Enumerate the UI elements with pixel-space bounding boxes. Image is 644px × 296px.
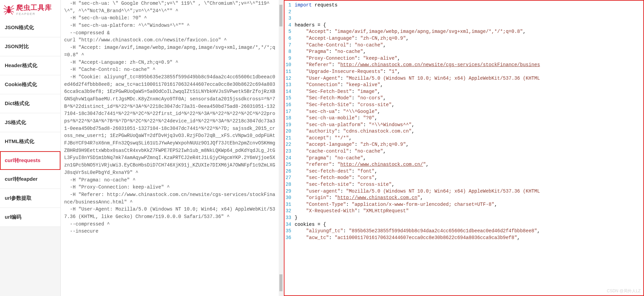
scroll-thumb-top[interactable] xyxy=(279,5,282,26)
line-number: 1 xyxy=(284,2,295,9)
line-number: 15 xyxy=(284,95,295,102)
line-number: 9 xyxy=(284,55,295,62)
code-line[interactable]: 6 "Accept-Language": "zh-CN,zh;q=0.9", xyxy=(284,35,643,42)
logo-subtitle: FEAPDER xyxy=(16,12,52,16)
code-line[interactable]: 28 "sec-fetch-site": "cross-site", xyxy=(284,181,643,188)
logo-area[interactable]: 爬虫工具库 FEAPDER xyxy=(0,0,60,18)
output-code-panel: 1import requests234headers = {5 "Accept"… xyxy=(284,0,644,296)
line-number: 22 xyxy=(284,141,295,148)
curl-input-panel: -H "sec-ch-ua: \" Google Chrome\";v=\" 1… xyxy=(61,0,284,296)
code-line[interactable]: 31 "Content-Type": "application/x-www-fo… xyxy=(284,201,643,208)
watermark: CSDN @局外人LZ xyxy=(607,288,641,294)
code-line[interactable]: 22 "accept-language": "zh-CN,zh;q=0.9", xyxy=(284,141,643,148)
code-line[interactable]: 26 "sec-fetch-dest": "font", xyxy=(284,168,643,175)
line-number: 4 xyxy=(284,22,295,29)
nav-item-10[interactable]: url编码 xyxy=(0,208,60,227)
nav-item-1[interactable]: JSON对比 xyxy=(0,37,60,56)
nav-item-0[interactable]: JSON格式化 xyxy=(0,18,60,37)
code-line[interactable]: 35 "aliyungf_tc": "895b635e23855f599d49b… xyxy=(284,228,643,235)
line-number: 13 xyxy=(284,82,295,88)
line-number: 35 xyxy=(284,228,295,235)
line-number: 12 xyxy=(284,75,295,82)
code-line[interactable]: 24 "pragma": "no-cache", xyxy=(284,155,643,162)
line-number: 16 xyxy=(284,102,295,108)
line-number: 5 xyxy=(284,28,295,35)
scroll-thumb-bottom[interactable] xyxy=(279,274,282,291)
code-line[interactable]: 10 "Referer": "http://www.chinastock.com… xyxy=(284,62,643,68)
line-number: 27 xyxy=(284,175,295,181)
code-line[interactable]: 16 "Sec-Fetch-Site": "cross-site", xyxy=(284,102,643,108)
code-line[interactable]: 11 "Upgrade-Insecure-Requests": "1", xyxy=(284,68,643,75)
line-number: 18 xyxy=(284,115,295,122)
nav-list: JSON格式化JSON对比Header格式化Cookie格式化Dict格式化JS… xyxy=(0,18,60,296)
line-number: 25 xyxy=(284,161,295,168)
code-line[interactable]: 13 "Connection": "keep-alive", xyxy=(284,82,643,88)
code-line[interactable]: 9 "Proxy-Connection": "keep-alive", xyxy=(284,55,643,62)
line-number: 31 xyxy=(284,201,295,208)
code-line[interactable]: 18 "sec-ch-ua-mobile": "?0", xyxy=(284,115,643,122)
code-line[interactable]: 34cookies = { xyxy=(284,221,643,228)
code-line[interactable]: 15 "Sec-Fetch-Mode": "no-cors", xyxy=(284,95,643,102)
nav-item-9[interactable]: url参数提取 xyxy=(0,189,60,208)
line-number: 7 xyxy=(284,42,295,49)
line-number: 6 xyxy=(284,35,295,42)
code-line[interactable]: 29 "user-agent": "Mozilla/5.0 (Windows N… xyxy=(284,188,643,195)
line-number: 8 xyxy=(284,48,295,55)
line-number: 20 xyxy=(284,128,295,135)
code-line[interactable]: 36 "acw_tc": "ac11000117016170632444607e… xyxy=(284,235,643,241)
code-line[interactable]: 14 "Sec-Fetch-Dest": "image", xyxy=(284,88,643,95)
line-number: 10 xyxy=(284,62,295,68)
line-number: 34 xyxy=(284,221,295,228)
line-number: 36 xyxy=(284,235,295,241)
code-line[interactable]: 23 "cache-control": "no-cache", xyxy=(284,148,643,155)
nav-item-3[interactable]: Cookie格式化 xyxy=(0,75,60,94)
code-line[interactable]: 4headers = { xyxy=(284,22,643,29)
code-line[interactable]: 1import requests xyxy=(284,2,643,9)
line-number: 2 xyxy=(284,9,295,16)
line-number: 23 xyxy=(284,148,295,155)
svg-point-0 xyxy=(7,8,11,13)
line-number: 19 xyxy=(284,122,295,129)
nav-item-5[interactable]: JS格式化 xyxy=(0,113,60,132)
code-line[interactable]: 21 "accept": "*/*", xyxy=(284,135,643,142)
code-editor[interactable]: 1import requests234headers = {5 "Accept"… xyxy=(284,1,643,242)
code-line[interactable]: 27 "sec-fetch-mode": "cors", xyxy=(284,175,643,181)
line-number: 17 xyxy=(284,108,295,115)
nav-item-2[interactable]: Header格式化 xyxy=(0,56,60,75)
nav-item-6[interactable]: HTML格式化 xyxy=(0,132,60,151)
line-number: 33 xyxy=(284,215,295,221)
code-line[interactable]: 2 xyxy=(284,9,643,16)
code-line[interactable]: 17 "sec-ch-ua": "^\\^Google", xyxy=(284,108,643,115)
code-line[interactable]: 33} xyxy=(284,215,643,221)
line-number: 26 xyxy=(284,168,295,175)
logo-title: 爬虫工具库 xyxy=(16,3,52,12)
sidebar: 爬虫工具库 FEAPDER JSON格式化JSON对比Header格式化Cook… xyxy=(0,0,61,296)
line-number: 3 xyxy=(284,15,295,22)
line-number: 21 xyxy=(284,135,295,142)
code-line[interactable]: 12 "User-Agent": "Mozilla/5.0 (Windows N… xyxy=(284,75,643,82)
line-number: 32 xyxy=(284,208,295,215)
code-line[interactable]: 8 "Pragma": "no-cache", xyxy=(284,48,643,55)
line-number: 29 xyxy=(284,188,295,195)
svg-point-1 xyxy=(8,6,10,8)
nav-item-4[interactable]: Dict格式化 xyxy=(0,94,60,113)
code-line[interactable]: 30 "origin": "http://www.chinastock.com.… xyxy=(284,195,643,201)
code-line[interactable]: 20 "authority": "cdns.chinastock.com.cn"… xyxy=(284,128,643,135)
line-number: 11 xyxy=(284,68,295,75)
code-line[interactable]: 3 xyxy=(284,15,643,22)
line-number: 14 xyxy=(284,88,295,95)
middle-scrollbar[interactable] xyxy=(279,0,283,296)
nav-item-8[interactable]: curl转feapder xyxy=(0,170,60,189)
code-line[interactable]: 32 "X-Requested-With": "XMLHttpRequest" xyxy=(284,208,643,215)
code-line[interactable]: 25 "referer": "http://www.chinastock.com… xyxy=(284,161,643,168)
line-number: 28 xyxy=(284,181,295,188)
code-line[interactable]: 5 "Accept": "image/avif,image/webp,image… xyxy=(284,28,643,35)
code-line[interactable]: 19 "sec-ch-ua-platform": "^\\^Windows^^"… xyxy=(284,122,643,129)
curl-textarea[interactable]: -H "sec-ch-ua: \" Google Chrome\";v=\" 1… xyxy=(61,0,284,235)
spider-icon xyxy=(3,3,15,15)
code-line[interactable]: 7 "Cache-Control": "no-cache", xyxy=(284,42,643,49)
nav-item-7[interactable]: curl转requests xyxy=(0,151,60,170)
line-number: 30 xyxy=(284,195,295,201)
line-number: 24 xyxy=(284,155,295,162)
